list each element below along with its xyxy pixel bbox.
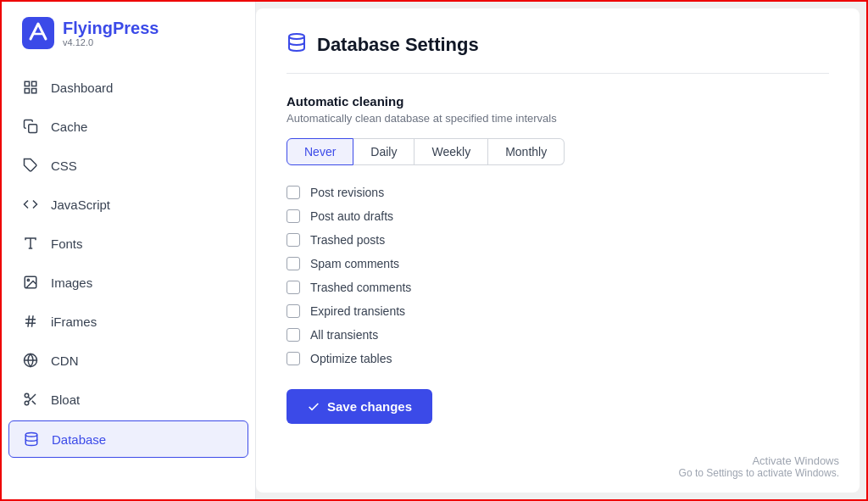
svg-point-10	[27, 279, 29, 281]
save-changes-button[interactable]: Save changes	[287, 389, 432, 424]
checkbox-trashed-posts-input[interactable]	[287, 233, 300, 247]
sidebar-item-database[interactable]: Database	[8, 420, 248, 458]
checkbox-trashed-comments[interactable]: Trashed comments	[287, 281, 829, 294]
checkbox-all-transients-label: All transients	[310, 328, 378, 342]
checkbox-post-revisions-label: Post revisions	[310, 186, 384, 199]
grid-icon	[22, 79, 39, 96]
checkbox-post-revisions[interactable]: Post revisions	[287, 186, 829, 199]
code-icon	[22, 196, 39, 213]
sidebar-label-database: Database	[52, 432, 106, 447]
logo-text: FlyingPress v4.12.0	[63, 19, 159, 47]
flyingpress-logo-icon	[22, 17, 54, 49]
sidebar-item-iframes[interactable]: iFrames	[2, 302, 255, 341]
sidebar-label-fonts: Fonts	[51, 237, 83, 251]
sidebar-item-css[interactable]: CSS	[2, 146, 255, 185]
logo-area: FlyingPress v4.12.0	[2, 2, 255, 64]
sidebar-item-images[interactable]: Images	[2, 263, 255, 302]
svg-point-18	[25, 401, 29, 405]
svg-line-14	[32, 315, 34, 327]
checkbox-all-transients-input[interactable]	[287, 328, 300, 342]
checkbox-post-auto-drafts[interactable]: Post auto drafts	[287, 209, 829, 223]
sidebar: FlyingPress v4.12.0 Dashboard Cache	[2, 2, 256, 499]
checkbox-post-revisions-input[interactable]	[287, 186, 300, 199]
interval-monthly-button[interactable]: Monthly	[488, 138, 565, 165]
checkbox-spam-comments-label: Spam comments	[310, 257, 399, 270]
checkbox-expired-transients[interactable]: Expired transients	[287, 304, 829, 318]
activate-windows-title: Activate Windows	[679, 454, 839, 467]
save-button-label: Save changes	[327, 399, 412, 414]
app-name: FlyingPress	[63, 19, 159, 37]
image-icon	[22, 274, 39, 291]
sidebar-label-images: Images	[51, 276, 92, 290]
interval-weekly-button[interactable]: Weekly	[415, 138, 488, 165]
sidebar-label-cdn: CDN	[51, 353, 79, 368]
page-header: Database Settings	[287, 32, 829, 74]
scissors-icon	[22, 391, 39, 408]
checkbox-optimize-tables-input[interactable]	[287, 352, 300, 365]
svg-point-22	[25, 433, 37, 437]
automatic-cleaning-section: Automatic cleaning Automatically clean d…	[287, 94, 829, 424]
sidebar-label-javascript: JavaScript	[51, 198, 110, 212]
checkbox-trashed-posts-label: Trashed posts	[310, 233, 385, 247]
page-header-database-icon	[287, 32, 307, 58]
svg-rect-3	[25, 89, 29, 93]
svg-rect-5	[29, 125, 37, 133]
section-description: Automatically clean database at specifie…	[287, 112, 829, 125]
sidebar-label-css: CSS	[51, 159, 77, 173]
tag-icon	[22, 157, 39, 174]
svg-rect-1	[25, 81, 29, 86]
sidebar-item-cdn[interactable]: CDN	[2, 341, 255, 380]
sidebar-item-dashboard[interactable]: Dashboard	[2, 68, 255, 107]
interval-daily-button[interactable]: Daily	[353, 138, 415, 165]
svg-rect-2	[32, 81, 36, 86]
checkbox-list: Post revisions Post auto drafts Trashed …	[287, 186, 829, 365]
checkbox-optimize-tables[interactable]: Optimize tables	[287, 352, 829, 365]
checkbox-trashed-posts[interactable]: Trashed posts	[287, 233, 829, 247]
checkbox-trashed-comments-label: Trashed comments	[310, 281, 411, 294]
main-content: Database Settings Automatic cleaning Aut…	[256, 8, 860, 493]
font-icon	[22, 235, 39, 252]
page-title: Database Settings	[317, 34, 479, 56]
svg-point-23	[289, 34, 304, 39]
sidebar-label-cache: Cache	[51, 120, 87, 134]
sidebar-label-dashboard: Dashboard	[51, 81, 113, 95]
checkmark-icon	[307, 400, 320, 414]
checkbox-optimize-tables-label: Optimize tables	[310, 352, 392, 365]
sidebar-item-cache[interactable]: Cache	[2, 107, 255, 146]
interval-buttons: Never Daily Weekly Monthly	[287, 138, 829, 165]
app-version: v4.12.0	[63, 37, 159, 47]
database-icon	[23, 431, 40, 448]
checkbox-expired-transients-input[interactable]	[287, 304, 300, 318]
svg-line-13	[28, 315, 30, 327]
checkbox-expired-transients-label: Expired transients	[310, 304, 405, 318]
sidebar-item-javascript[interactable]: JavaScript	[2, 185, 255, 224]
globe-icon	[22, 352, 39, 369]
activate-windows: Activate Windows Go to Settings to activ…	[679, 454, 839, 479]
activate-windows-subtitle: Go to Settings to activate Windows.	[679, 467, 839, 479]
sidebar-label-iframes: iFrames	[51, 315, 97, 329]
checkbox-all-transients[interactable]: All transients	[287, 328, 829, 342]
checkbox-post-auto-drafts-input[interactable]	[287, 209, 300, 223]
svg-point-17	[25, 393, 29, 398]
section-title: Automatic cleaning	[287, 94, 829, 109]
checkbox-trashed-comments-input[interactable]	[287, 281, 300, 294]
copy-icon	[22, 118, 39, 135]
interval-never-button[interactable]: Never	[287, 138, 353, 165]
svg-line-21	[28, 397, 31, 399]
checkbox-spam-comments-input[interactable]	[287, 257, 300, 270]
svg-line-20	[32, 401, 36, 404]
checkbox-post-auto-drafts-label: Post auto drafts	[310, 209, 393, 223]
checkbox-spam-comments[interactable]: Spam comments	[287, 257, 829, 270]
hash-icon	[22, 313, 39, 330]
nav-list: Dashboard Cache CSS Jav	[2, 64, 255, 499]
sidebar-item-bloat[interactable]: Bloat	[2, 380, 255, 419]
sidebar-item-fonts[interactable]: Fonts	[2, 224, 255, 263]
sidebar-label-bloat: Bloat	[51, 392, 80, 407]
svg-rect-4	[32, 89, 36, 93]
